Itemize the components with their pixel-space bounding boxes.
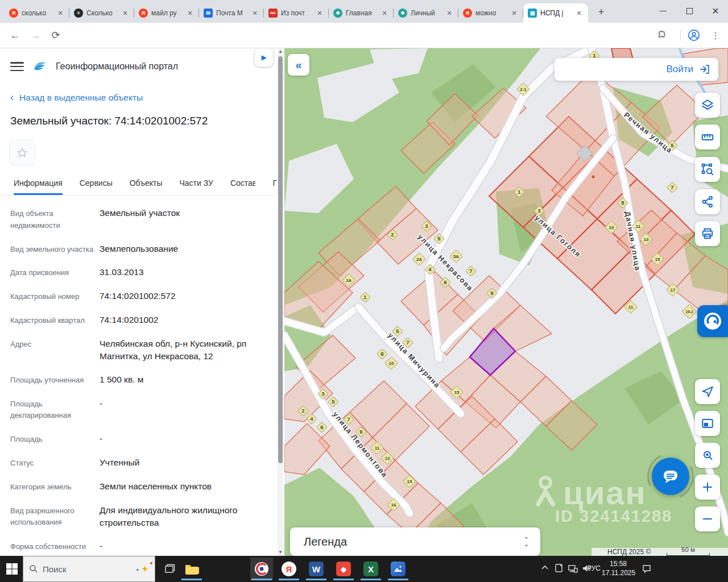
sidebar-tab-г[interactable]: Г xyxy=(272,175,277,195)
sidebar-tab-информация[interactable]: Информация xyxy=(14,175,63,195)
info-sidebar: Геоинформационный портал ‹ Назад в выдел… xyxy=(0,48,284,556)
tab-close-icon[interactable]: ✕ xyxy=(56,9,65,18)
tab-close-icon[interactable]: ✕ xyxy=(380,9,389,18)
share-button[interactable] xyxy=(695,189,720,214)
browser-tab[interactable]: Ясколько✕ xyxy=(5,3,69,23)
menu-kebab-icon[interactable]: ⋮ xyxy=(708,27,723,43)
tab-title: можно xyxy=(475,9,510,17)
login-icon xyxy=(699,64,710,75)
tab-close-icon[interactable]: ✕ xyxy=(185,9,195,18)
browser-tab[interactable]: ▤НСПД |✕ xyxy=(523,3,588,23)
browser-tab[interactable]: Яможно✕ xyxy=(458,3,523,23)
tab-favicon: ✉ xyxy=(204,9,213,18)
favorite-star-button[interactable] xyxy=(9,140,35,166)
overview-map-button[interactable] xyxy=(695,411,720,436)
maximize-button[interactable] xyxy=(676,0,702,22)
assistant-app-button[interactable] xyxy=(697,305,728,337)
tray-date: 17.11.2025 xyxy=(602,568,635,577)
tab-close-icon[interactable]: ✕ xyxy=(315,9,324,18)
locate-me-button[interactable] xyxy=(695,379,720,404)
sidebar-tab-состав[interactable]: Состав xyxy=(230,175,255,195)
map-house-number-marker: 19-2 xyxy=(682,304,696,318)
task-view-icon[interactable] xyxy=(161,560,178,577)
scroll-down-icon[interactable]: ▼ xyxy=(278,549,283,556)
sidebar-tab-объекты[interactable]: Объекты xyxy=(130,175,163,195)
scrollbar-thumb[interactable] xyxy=(278,56,283,463)
tray-tablet-icon[interactable] xyxy=(554,563,564,575)
chat-button[interactable] xyxy=(652,458,689,495)
minimize-button[interactable] xyxy=(650,0,676,22)
browser-tab[interactable]: ✶Сколько✕ xyxy=(69,3,134,23)
field-value: 1 500 кв. м xyxy=(100,373,143,386)
field-label: Дата присвоения xyxy=(10,266,100,279)
back-icon[interactable]: ← xyxy=(7,27,23,43)
tab-close-icon[interactable]: ✕ xyxy=(445,9,454,18)
layers-button[interactable] xyxy=(695,93,720,118)
svg-text:9: 9 xyxy=(490,290,493,296)
print-button[interactable] xyxy=(695,221,720,246)
svg-text:8: 8 xyxy=(380,351,383,357)
browser-tab[interactable]: ❖Личный✕ xyxy=(394,3,458,23)
tab-title: Сколько xyxy=(86,9,121,17)
browser-tab[interactable]: ✉Почта М✕ xyxy=(199,3,264,23)
sidebar-scrollbar[interactable]: ▲ ▼ xyxy=(278,48,283,556)
tray-network-icon[interactable] xyxy=(568,563,578,576)
browser-tab[interactable]: Ямайл ру✕ xyxy=(134,3,199,23)
map-area[interactable]: 2-113522A45A761A191578101535246791113151… xyxy=(284,48,728,556)
tray-chevron-up-icon[interactable] xyxy=(540,563,549,575)
field-label: Площадь уточненная xyxy=(10,373,100,386)
collapse-sidebar-button[interactable]: « xyxy=(288,54,309,76)
taskbar-search-box[interactable]: Поиск ✦✦ xyxy=(23,556,155,582)
tray-clock[interactable]: 15:58 17.11.2025 xyxy=(602,559,635,577)
svg-text:5: 5 xyxy=(437,235,441,242)
tab-favicon: ▤ xyxy=(528,9,537,18)
start-button-icon[interactable] xyxy=(6,563,18,575)
extensions-icon[interactable] xyxy=(654,27,670,43)
legend-panel[interactable]: Легенда ⌃⌄ xyxy=(290,527,540,556)
back-to-objects-link[interactable]: ‹ Назад в выделенные объекты xyxy=(10,92,277,103)
sidebar-tab-сервисы[interactable]: Сервисы xyxy=(80,175,113,195)
tab-close-icon[interactable]: ✕ xyxy=(510,9,519,18)
tab-close-icon[interactable]: ✕ xyxy=(121,9,130,18)
taskbar-browser-icon[interactable] xyxy=(250,558,273,580)
tabs-scroll-right-button[interactable]: ▶ xyxy=(255,48,273,66)
tray-time: 15:58 xyxy=(602,559,635,568)
field-row: АдресЧелябинская обл, р-н Кусинский, рп … xyxy=(10,338,271,363)
tab-close-icon[interactable]: ✕ xyxy=(250,9,259,18)
taskbar-photos-icon[interactable] xyxy=(387,558,410,580)
svg-text:2: 2 xyxy=(391,231,394,238)
notification-center-icon[interactable] xyxy=(642,564,652,576)
measure-ruler-button[interactable] xyxy=(695,124,720,149)
login-button[interactable]: Войти xyxy=(555,58,718,81)
sidebar-tab-части зу[interactable]: Части ЗУ xyxy=(179,175,213,195)
svg-text:2-1: 2-1 xyxy=(520,87,527,92)
browser-tab[interactable]: ❖Главная✕ xyxy=(329,3,394,23)
taskbar-yandex-icon[interactable]: Я xyxy=(278,558,300,580)
tab-title: Из почт xyxy=(281,9,315,17)
reload-icon[interactable]: ⟳ xyxy=(48,27,64,43)
sidebar-tabs: ИнформацияСервисыОбъектыЧасти ЗУСоставГ xyxy=(0,175,277,196)
close-window-button[interactable]: ✕ xyxy=(702,0,728,22)
forward-icon[interactable]: → xyxy=(27,27,43,43)
tab-close-icon[interactable]: ✕ xyxy=(574,9,584,18)
svg-text:5: 5 xyxy=(396,328,399,334)
field-label: Кадастровый квартал xyxy=(10,314,100,327)
zoom-out-button[interactable] xyxy=(695,506,720,531)
taskbar-explorer-icon[interactable] xyxy=(180,558,203,580)
field-row: Кадастровый номер74:14:0201002:572 xyxy=(10,290,271,303)
taskbar-word-icon[interactable]: W xyxy=(305,558,328,580)
new-tab-button[interactable]: + xyxy=(594,5,609,20)
select-objects-button[interactable] xyxy=(695,157,720,182)
zoom-in-button[interactable] xyxy=(695,475,720,500)
profile-icon[interactable] xyxy=(686,27,702,43)
tab-title: НСПД | xyxy=(540,9,574,17)
search-on-map-button[interactable] xyxy=(695,443,720,468)
legend-expand-icon[interactable]: ⌃⌄ xyxy=(524,537,529,546)
taskbar-excel-icon[interactable]: X xyxy=(359,558,382,580)
tray-language[interactable]: РУС xyxy=(587,564,601,572)
field-value: Землепользование xyxy=(100,243,178,256)
menu-hamburger-icon[interactable] xyxy=(10,62,24,71)
scroll-up-icon[interactable]: ▲ xyxy=(278,48,283,55)
taskbar-redapp-icon[interactable]: ◆ xyxy=(332,558,355,580)
browser-tab[interactable]: PDFИз почт✕ xyxy=(264,3,329,23)
